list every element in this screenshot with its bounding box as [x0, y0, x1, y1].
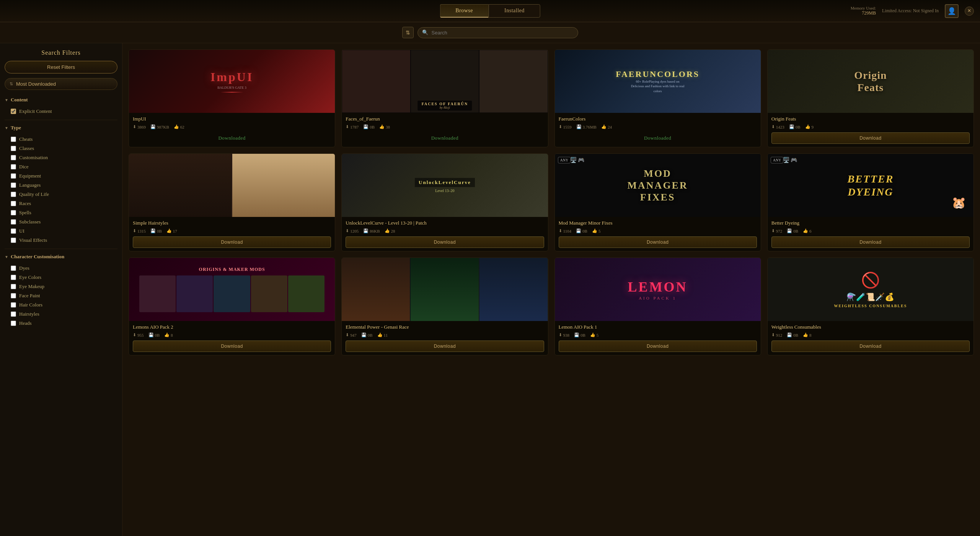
faces-likes: 38 — [386, 125, 390, 129]
search-input[interactable] — [417, 27, 578, 38]
mod-card-modmanager[interactable]: ANY 🖥️ 🎮 MODMANAGERFIXES Mod Manager Min… — [554, 153, 761, 251]
mod-stats-impui: ⬇3869 💾987KB 👍62 — [133, 124, 331, 129]
likes-icon: 👍 — [174, 124, 179, 129]
dl-icon-lemons2: ⬇ — [133, 332, 136, 337]
customisation-checkbox[interactable] — [11, 155, 16, 160]
char-dyes[interactable]: Dyes — [5, 264, 117, 273]
type-subclasses[interactable]: Subclasses — [5, 217, 117, 226]
content-section-header[interactable]: ▼ Content — [5, 95, 117, 104]
customisation-label: Customisation — [19, 155, 48, 161]
dl-icon-lemon1: ⬇ — [559, 332, 562, 337]
mod-card-lemon1[interactable]: LEMON AIO PACK 1 Lemon AIO Pack 1 ⬇938 💾… — [554, 257, 761, 355]
type-section-header[interactable]: ▼ Type — [5, 123, 117, 132]
char-face-paint[interactable]: Face Paint — [5, 291, 117, 300]
dyeing-download-button[interactable]: Download — [771, 236, 970, 248]
char-hairstyles[interactable]: Hairstyles — [5, 310, 117, 319]
type-dice[interactable]: Dice — [5, 162, 117, 171]
classes-checkbox[interactable] — [11, 146, 16, 151]
lemon1-download-button[interactable]: Download — [559, 340, 757, 352]
hair-colors-checkbox[interactable] — [11, 302, 16, 308]
mod-card-elemental[interactable]: Elemental Power - Genasi Race ⬇947 💾0B 👍… — [341, 257, 548, 355]
qol-checkbox[interactable] — [11, 192, 16, 197]
type-visual-effects[interactable]: Visual Effects — [5, 236, 117, 245]
mod-card-dyeing[interactable]: ANY 🖥️ 🎮 BETTERDYEING 🐹 Better Dyeing ⬇9… — [767, 153, 974, 251]
visual-checkbox[interactable] — [11, 238, 16, 243]
mod-card-impui[interactable]: ImpUI BALDUR'S GATE 3 ImpUI ⬇3869 💾987KB… — [129, 49, 335, 147]
eye-colors-checkbox[interactable] — [11, 275, 16, 280]
lemons2-download-button[interactable]: Download — [133, 340, 331, 352]
type-equipment[interactable]: Equipment — [5, 171, 117, 181]
origin-download-button[interactable]: Download — [771, 132, 970, 144]
type-quality-of-life[interactable]: Quality of Life — [5, 190, 117, 199]
dice-checkbox[interactable] — [11, 164, 16, 169]
eye-colors-label: Eye Colors — [19, 274, 41, 280]
faces-status-button[interactable]: Downloaded — [346, 132, 544, 144]
dyes-checkbox[interactable] — [11, 266, 16, 271]
languages-checkbox[interactable] — [11, 182, 16, 188]
char-hair-colors[interactable]: Hair Colors — [5, 300, 117, 310]
mod-stats-lemons2: ⬇955 💾0B 👍8 — [133, 332, 331, 337]
elemental-download-button[interactable]: Download — [346, 340, 544, 352]
hairstyles-download-button[interactable]: Download — [133, 236, 331, 248]
modmanager-likes: 5 — [598, 229, 601, 233]
filter-icon-button[interactable]: ⇅ — [402, 27, 414, 38]
header-right: Memory Used: 729MB Limited Access: Not S… — [851, 4, 974, 18]
weightless-download-button[interactable]: Download — [771, 340, 970, 352]
mod-card-origin[interactable]: OriginFeats Origin Feats ⬇1423 💾0B 👍9 Do… — [767, 49, 974, 147]
equipment-checkbox[interactable] — [11, 173, 16, 179]
char-heads[interactable]: Heads — [5, 319, 117, 328]
faerun-status-button[interactable]: Downloaded — [559, 132, 757, 144]
cheats-checkbox[interactable] — [11, 137, 16, 142]
mod-stats-dyeing: ⬇972 💾0B 👍6 — [771, 228, 970, 233]
type-races[interactable]: Races — [5, 199, 117, 208]
tab-installed[interactable]: Installed — [489, 4, 540, 18]
game-icons-modmanager: 🖥️ 🎮 — [570, 157, 585, 163]
mod-thumbnail-lemons2: ORIGINS & MAKER MODS — [129, 258, 335, 321]
sort-button[interactable]: ⇅ Most Downloaded — [5, 78, 117, 90]
tab-browse[interactable]: Browse — [440, 4, 489, 18]
face-paint-checkbox[interactable] — [11, 293, 16, 298]
size-icon-faces: 💾 — [363, 124, 369, 129]
mod-card-lemons2[interactable]: ORIGINS & MAKER MODS Lemons AIO Pack 2 ⬇… — [129, 257, 335, 355]
subclasses-checkbox[interactable] — [11, 219, 16, 225]
mod-card-weightless[interactable]: 🚫 ⚗️🧪📜🗡️💰 WEIGHTLESS CONSUMABLES Weightl… — [767, 257, 974, 355]
char-customisation-header[interactable]: ▼ Character Customisation — [5, 252, 117, 261]
ui-checkbox[interactable] — [11, 228, 16, 234]
hairstyles-checkbox[interactable] — [11, 311, 16, 317]
type-classes[interactable]: Classes — [5, 144, 117, 153]
char-eye-makeup[interactable]: Eye Makeup — [5, 282, 117, 291]
type-ui[interactable]: UI — [5, 226, 117, 236]
reset-filters-button[interactable]: Reset Filters — [5, 61, 117, 73]
size-icon-hair: 💾 — [150, 228, 156, 233]
lemons2-likes: 8 — [171, 333, 173, 337]
mod-card-faces[interactable]: FACES OF FAERÛN by Alicji Faces_of_Faeru… — [341, 49, 548, 147]
mod-card-faerun[interactable]: FAERUNCOLORS 60+ RolePlaying dyes based … — [554, 49, 761, 147]
avatar[interactable]: 👤 — [945, 4, 959, 18]
char-label: Character Customisation — [11, 254, 64, 260]
faerun-size: 3.76MB — [583, 125, 597, 129]
races-checkbox[interactable] — [11, 201, 16, 206]
unlock-download-button[interactable]: Download — [346, 236, 544, 248]
type-languages[interactable]: Languages — [5, 181, 117, 190]
origin-downloads: 1423 — [776, 125, 784, 129]
explicit-content-item[interactable]: Explicit Content — [5, 107, 117, 116]
spells-checkbox[interactable] — [11, 210, 16, 215]
origin-likes: 9 — [812, 125, 814, 129]
eye-makeup-checkbox[interactable] — [11, 284, 16, 289]
type-customisation[interactable]: Customisation — [5, 153, 117, 162]
likes-icon-elemental: 👍 — [377, 332, 383, 337]
dice-label: Dice — [19, 164, 29, 170]
char-eye-colors[interactable]: Eye Colors — [5, 273, 117, 282]
impui-status-button[interactable]: Downloaded — [133, 132, 331, 144]
modmanager-download-button[interactable]: Download — [559, 236, 757, 248]
explicit-checkbox[interactable] — [11, 109, 16, 114]
mod-card-hairstyles[interactable]: Simple Hairstyles ⬇1315 💾0B 👍17 Download — [129, 153, 335, 251]
ui-label: UI — [19, 228, 24, 234]
heads-checkbox[interactable] — [11, 321, 16, 326]
type-spells[interactable]: Spells — [5, 208, 117, 217]
equipment-label: Equipment — [19, 173, 41, 179]
type-cheats[interactable]: Cheats — [5, 135, 117, 144]
mod-card-unlock[interactable]: UnlockLevelCurve Level 13–20 UnlockLevel… — [341, 153, 548, 251]
close-button[interactable]: ✕ — [965, 7, 974, 16]
mod-info-unlock: UnlockLevelCurve - Level 13-20 | Patch ⬇… — [342, 217, 548, 251]
